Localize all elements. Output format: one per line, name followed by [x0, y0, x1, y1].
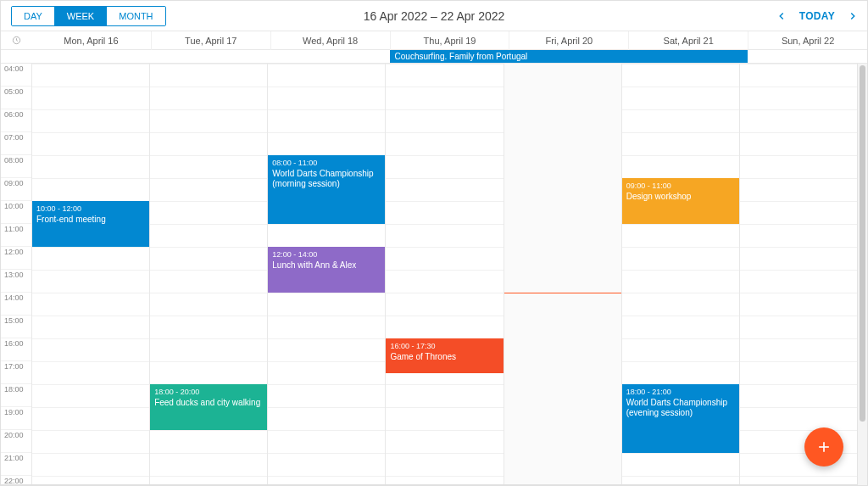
day-column[interactable]: 09:00 - 11:00Design workshop18:00 - 21:0…: [621, 64, 739, 484]
calendar-toolbar: DAY WEEK MONTH 16 Apr 2022 – 22 Apr 2022…: [1, 1, 867, 31]
scrollbar-thumb[interactable]: [860, 65, 865, 422]
event-title: Front-end meeting: [36, 215, 145, 225]
day-header[interactable]: Sun, April 22: [748, 31, 867, 50]
time-label: 22:00: [1, 476, 31, 485]
time-label: 17:00: [1, 361, 31, 384]
event-title: World Darts Championship (morning sessio…: [272, 169, 381, 189]
time-column: 04:0005:0006:0007:0008:0009:0010:0011:00…: [1, 64, 31, 484]
time-label: 20:00: [1, 430, 31, 453]
time-label: 12:00: [1, 247, 31, 270]
time-label: 04:00: [1, 64, 31, 87]
view-month-button[interactable]: MONTH: [106, 7, 164, 25]
event-time: 08:00 - 11:00: [272, 158, 381, 168]
day-header[interactable]: Tue, April 17: [151, 31, 270, 50]
date-range-title: 16 Apr 2022 – 22 Apr 2022: [364, 9, 505, 23]
day-column[interactable]: 10:00 - 12:00Front-end meeting: [31, 64, 149, 484]
clock-icon: [1, 31, 31, 49]
view-toggle-group: DAY WEEK MONTH: [11, 6, 166, 26]
time-label: 13:00: [1, 270, 31, 293]
time-label: 14:00: [1, 293, 31, 316]
time-label: 07:00: [1, 132, 31, 155]
time-label: 15:00: [1, 316, 31, 338]
day-column[interactable]: [739, 64, 857, 484]
time-label: 11:00: [1, 224, 31, 247]
time-label: 09:00: [1, 178, 31, 201]
nav-controls: TODAY: [776, 10, 859, 22]
day-header[interactable]: Thu, April 19: [390, 31, 509, 50]
event-title: Game of Thrones: [390, 352, 498, 362]
event-lunch-ann-alex[interactable]: 12:00 - 14:00Lunch with Ann & Alex: [268, 247, 385, 293]
event-time: 09:00 - 11:00: [626, 181, 735, 191]
time-label: 06:00: [1, 109, 31, 132]
week-grid: 04:0005:0006:0007:0008:0009:0010:0011:00…: [1, 64, 857, 485]
day-column[interactable]: 08:00 - 11:00World Darts Championship (m…: [267, 64, 385, 484]
event-time: 12:00 - 14:00: [272, 249, 381, 260]
time-label: 18:00: [1, 384, 31, 407]
event-title: World Darts Championship (evening sessio…: [626, 398, 735, 418]
time-label: 19:00: [1, 407, 31, 430]
event-time: 16:00 - 17:30: [390, 341, 498, 351]
time-label: 21:00: [1, 453, 31, 476]
time-label: 05:00: [1, 87, 31, 109]
day-header[interactable]: Mon, April 16: [31, 31, 151, 50]
event-time: 10:00 - 12:00: [36, 204, 145, 214]
current-time-indicator: [504, 293, 621, 293]
event-time: 18:00 - 20:00: [154, 387, 263, 397]
event-title: Lunch with Ann & Alex: [272, 260, 381, 271]
day-header[interactable]: Wed, April 18: [270, 31, 390, 50]
day-header[interactable]: Sat, April 21: [628, 31, 748, 50]
view-day-button[interactable]: DAY: [12, 7, 54, 25]
day-column[interactable]: 16:00 - 17:30Game of Thrones: [385, 64, 503, 484]
day-column[interactable]: [504, 64, 621, 484]
day-column[interactable]: 18:00 - 20:00Feed ducks and city walking: [149, 64, 267, 484]
day-header[interactable]: Fri, April 20: [509, 31, 628, 50]
event-game-of-thrones[interactable]: 16:00 - 17:30Game of Thrones: [386, 338, 503, 373]
vertical-scrollbar[interactable]: [857, 64, 867, 485]
allday-row: Couchsurfing. Family from Portugal: [1, 50, 867, 64]
time-label: 10:00: [1, 201, 31, 224]
today-button[interactable]: TODAY: [799, 10, 835, 22]
event-title: Design workshop: [626, 192, 735, 202]
event-time: 18:00 - 21:00: [626, 387, 735, 397]
event-darts-evening[interactable]: 18:00 - 21:00World Darts Championship (e…: [622, 384, 739, 453]
plus-icon: [815, 439, 832, 455]
time-label: 08:00: [1, 155, 31, 178]
event-frontend-meeting[interactable]: 10:00 - 12:00Front-end meeting: [32, 201, 149, 247]
event-darts-morning[interactable]: 08:00 - 11:00World Darts Championship (m…: [268, 155, 385, 224]
add-event-button[interactable]: [804, 427, 843, 466]
allday-event[interactable]: Couchsurfing. Family from Portugal: [390, 50, 748, 63]
event-title: Feed ducks and city walking: [154, 398, 263, 408]
next-week-button[interactable]: [847, 10, 859, 22]
event-feed-ducks[interactable]: 18:00 - 20:00Feed ducks and city walking: [150, 384, 267, 430]
time-label: 16:00: [1, 338, 31, 361]
view-week-button[interactable]: WEEK: [54, 7, 106, 25]
event-design-workshop[interactable]: 09:00 - 11:00Design workshop: [622, 178, 739, 224]
prev-week-button[interactable]: [776, 10, 787, 22]
day-header-row: Mon, April 16Tue, April 17Wed, April 18T…: [1, 31, 867, 50]
